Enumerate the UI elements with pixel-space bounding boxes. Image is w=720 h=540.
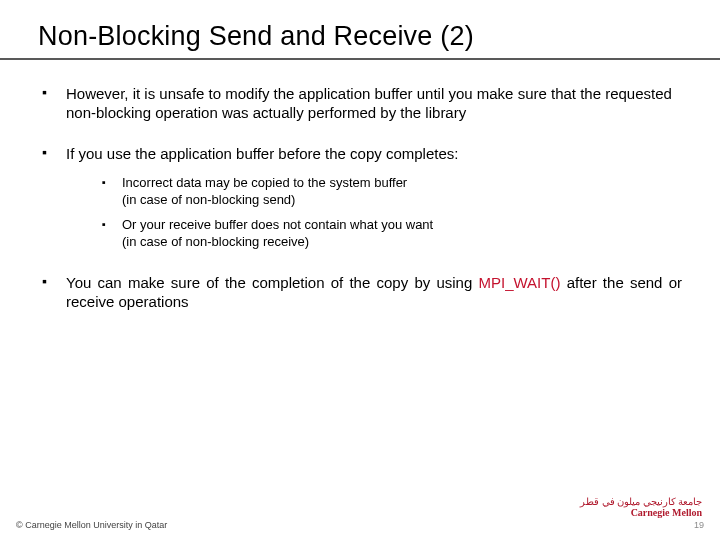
bullet-2-2-line2: (in case of non-blocking receive) — [122, 234, 309, 249]
bullet-list: However, it is unsafe to modify the appl… — [38, 84, 682, 312]
title-rule — [0, 58, 720, 60]
copyright: © Carnegie Mellon University in Qatar — [16, 520, 167, 532]
bullet-2-text: If you use the application buffer before… — [66, 145, 458, 162]
bullet-2-2-line1: Or your receive buffer does not contain … — [122, 217, 433, 232]
bullet-2-sublist: Incorrect data may be copied to the syst… — [102, 175, 682, 251]
slide-title: Non-Blocking Send and Receive (2) — [38, 22, 682, 52]
slide: Non-Blocking Send and Receive (2) Howeve… — [0, 0, 720, 540]
bullet-1: However, it is unsafe to modify the appl… — [38, 84, 682, 122]
page-number: 19 — [694, 520, 704, 532]
bullet-2-1: Incorrect data may be copied to the syst… — [102, 175, 682, 209]
bullet-3-a: You can make sure of the completion of t… — [66, 274, 479, 291]
bullet-2-1-line1: Incorrect data may be copied to the syst… — [122, 175, 407, 190]
bullet-2-1-line2: (in case of non-blocking send) — [122, 192, 295, 207]
logo-english: Carnegie Mellon — [631, 507, 702, 518]
footer: © Carnegie Mellon University in Qatar 19 — [0, 520, 720, 532]
bullet-2: If you use the application buffer before… — [38, 144, 682, 251]
cmu-qatar-logo: جامعة كارنيجي ميلون في قطر Carnegie Mell… — [580, 496, 702, 518]
bullet-3: You can make sure of the completion of t… — [38, 273, 682, 311]
logo-arabic: جامعة كارنيجي ميلون في قطر — [580, 496, 702, 507]
bullet-3-highlight: MPI_WAIT() — [479, 274, 561, 291]
bullet-2-2: Or your receive buffer does not contain … — [102, 217, 682, 251]
